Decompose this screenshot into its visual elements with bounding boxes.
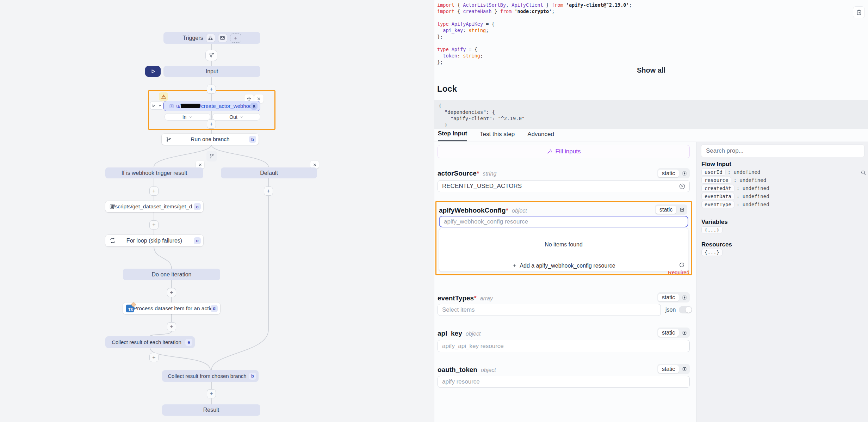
variables-heading: Variables: [701, 219, 728, 226]
add-step-button[interactable]: +: [149, 186, 159, 196]
flow-input-prop-eventType[interactable]: eventType: undefined: [701, 201, 769, 208]
flow-input-prop-eventData[interactable]: eventData: undefined: [701, 193, 769, 200]
add-step-button[interactable]: +: [149, 353, 159, 362]
javascript-mode-icon[interactable]: [677, 207, 687, 212]
step-badge-b2: b: [249, 373, 256, 380]
node-triggers[interactable]: Triggers +: [163, 32, 260, 44]
in-label: In: [182, 114, 187, 120]
webhook-config-resource-input[interactable]: apify_webhook_config resource: [439, 216, 688, 227]
lock-file-content: { "dependencies": { "apify-client": "^2.…: [434, 100, 868, 129]
static-mode-pill[interactable]: static: [658, 294, 679, 301]
input-filter-icon[interactable]: [205, 50, 217, 61]
input-mode-toggle[interactable]: static: [657, 364, 690, 374]
add-step-button[interactable]: +: [207, 389, 216, 398]
api-key-resource-input[interactable]: apify_api_key resource: [438, 340, 690, 352]
node-for-loop[interactable]: For loop (skip failures) e: [105, 235, 203, 246]
step-in-selector[interactable]: In: [165, 113, 210, 121]
javascript-mode-icon[interactable]: [680, 367, 689, 372]
variables-chip[interactable]: {...}: [701, 226, 723, 233]
fill-inputs-button[interactable]: Fill inputs: [438, 145, 690, 158]
tab-step-input[interactable]: Step Input: [438, 130, 467, 141]
search-icon[interactable]: [861, 170, 866, 177]
tab-test-this-step[interactable]: Test this step: [480, 131, 515, 141]
flow-editor-window: Triggers + Input: [0, 0, 868, 422]
node-branch-if[interactable]: If is webhook trigger result: [105, 167, 203, 178]
webhook-path-prefix: u/: [176, 103, 181, 109]
node-do-one-iteration[interactable]: Do one iteration: [123, 269, 220, 280]
emoji-badge: [131, 302, 136, 307]
tab-advanced[interactable]: Advanced: [527, 131, 554, 141]
resource-dropdown: No items found Add a apify_webhook_confi…: [439, 228, 688, 272]
add-resource-button[interactable]: Add a apify_webhook_config resource: [439, 260, 688, 271]
add-trigger-button[interactable]: +: [230, 33, 241, 43]
run-flow-button[interactable]: [145, 66, 161, 77]
flow-input-heading: Flow Input: [701, 161, 731, 168]
out-label: Out: [229, 114, 237, 120]
field-label-api-key: api_keyobject: [438, 330, 480, 337]
json-toggle-label: json: [665, 307, 676, 313]
email-trigger-icon[interactable]: [218, 34, 227, 42]
step-badge-e: e: [194, 237, 201, 244]
add-step-button[interactable]: +: [207, 120, 216, 129]
eventTypes-select[interactable]: Select items: [438, 304, 661, 316]
static-mode-pill[interactable]: static: [658, 329, 679, 337]
input-node-label: Input: [206, 68, 218, 75]
actorSource-input[interactable]: RECENTLY_USED_ACTORS: [438, 180, 690, 192]
code-editor[interactable]: import { ActorListSortBy, ApifyClient } …: [437, 2, 632, 65]
node-get-dataset-items[interactable]: f/scripts/get_dataset_items/get_d... c: [105, 201, 203, 212]
static-mode-pill[interactable]: static: [656, 206, 676, 214]
oauth-token-resource-input[interactable]: apify resource: [438, 376, 690, 388]
node-run-one-branch[interactable]: Run one branch b: [162, 134, 259, 145]
node-input[interactable]: Input: [163, 66, 260, 77]
chevron-down-icon: [189, 115, 192, 119]
javascript-mode-icon[interactable]: [680, 171, 689, 176]
redacted-username: [181, 104, 200, 108]
add-step-button[interactable]: +: [167, 322, 176, 331]
script-icon: [109, 204, 114, 209]
search-prop-input[interactable]: Search prop...: [701, 145, 864, 157]
input-mode-toggle[interactable]: static: [657, 292, 690, 302]
input-mode-toggle[interactable]: static: [655, 204, 687, 215]
clear-value-icon[interactable]: [679, 183, 686, 190]
lock-heading: Lock: [437, 84, 457, 94]
add-step-button[interactable]: +: [207, 85, 216, 94]
add-step-button[interactable]: +: [149, 220, 159, 230]
node-create-actor-webhook[interactable]: u/ /create_actor_webhook a: [163, 101, 260, 111]
node-collect-iteration[interactable]: Collect result of each iteration e: [105, 336, 195, 348]
flow-input-prop-resource[interactable]: resource: undefined: [701, 177, 766, 184]
flow-canvas[interactable]: Triggers + Input: [0, 0, 434, 422]
static-mode-pill[interactable]: static: [658, 365, 679, 373]
node-branch-default[interactable]: Default: [221, 167, 317, 178]
webhook-trigger-icon[interactable]: [206, 34, 215, 42]
required-warning: Required: [653, 269, 689, 275]
plus-icon: [512, 263, 517, 268]
node-collect-branch[interactable]: Collect result from chosen branch b: [162, 370, 259, 382]
resources-heading: Resources: [701, 241, 732, 248]
static-mode-pill[interactable]: static: [658, 170, 679, 177]
add-step-button[interactable]: +: [264, 186, 273, 196]
javascript-mode-icon[interactable]: [680, 330, 689, 335]
step-badge-d: d: [211, 305, 218, 312]
step-detail-drawer: import { ActorListSortBy, ApifyClient } …: [434, 0, 868, 422]
run-one-branch-label: Run one branch: [191, 136, 229, 142]
field-label-oauth-token: oauth_tokenobject: [438, 366, 496, 374]
paste-icon[interactable]: [853, 6, 865, 18]
branch-default-label: Default: [260, 170, 278, 176]
add-branch-button[interactable]: [206, 151, 217, 161]
run-step-chevron-icon[interactable]: [157, 102, 163, 109]
json-toggle[interactable]: [679, 306, 692, 313]
flow-input-prop-userId[interactable]: userId: undefined: [701, 169, 760, 176]
step-out-selector[interactable]: Out: [212, 113, 260, 121]
input-mode-toggle[interactable]: static: [657, 328, 690, 338]
node-result[interactable]: Result: [162, 404, 260, 416]
add-step-button[interactable]: +: [167, 288, 176, 297]
run-step-play-icon[interactable]: [150, 102, 157, 109]
flow-input-prop-createdAt[interactable]: createdAt: undefined: [701, 185, 769, 192]
show-all-button[interactable]: Show all: [434, 66, 868, 74]
javascript-mode-icon[interactable]: [680, 295, 689, 300]
run-step-split-button[interactable]: [150, 102, 163, 110]
node-process-dataset-item[interactable]: TS Process dataset item for an action d: [123, 302, 220, 314]
resources-chip[interactable]: {...}: [701, 249, 723, 256]
refresh-resources-icon[interactable]: [679, 262, 685, 269]
input-mode-toggle[interactable]: static: [657, 168, 690, 178]
